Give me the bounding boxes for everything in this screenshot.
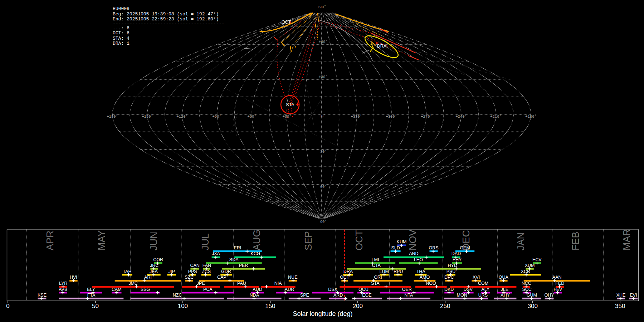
svg-text:STA: STA <box>371 281 380 286</box>
svg-text:GDR: GDR <box>221 269 231 274</box>
svg-text:+270˚: +270˚ <box>421 114 432 119</box>
svg-text:-90˚: -90˚ <box>318 220 327 224</box>
svg-text:AUR: AUR <box>285 287 294 292</box>
svg-text:DRA: 1: DRA: 1 <box>113 41 130 46</box>
svg-text:AAN: AAN <box>552 275 562 280</box>
svg-text:EVI: EVI <box>630 293 637 298</box>
svg-text:350: 350 <box>615 303 625 309</box>
svg-text:XCB: XCB <box>521 269 530 274</box>
svg-text:JRC: JRC <box>150 263 158 268</box>
svg-text:+90˚: +90˚ <box>212 114 221 119</box>
svg-text:JIP: JIP <box>169 269 175 274</box>
svg-text:100: 100 <box>178 303 188 309</box>
svg-text:APR: APR <box>45 230 55 250</box>
svg-text:KCG: KCG <box>250 251 260 256</box>
svg-text:ARD: ARD <box>333 293 343 298</box>
svg-text:FTA: FTA <box>87 293 96 298</box>
svg-text:COR: COR <box>153 257 163 262</box>
svg-text:STA: 4: STA: 4 <box>113 36 130 41</box>
svg-text:FAN: FAN <box>203 263 211 268</box>
svg-text:Beg: 20251005 19:39:08 (sol =: Beg: 20251005 19:39:08 (sol = 192.47°) <box>113 11 219 17</box>
svg-text:------------------------------: ---------------------------------------- <box>113 20 224 26</box>
svg-text:GEM: GEM <box>460 245 470 250</box>
svg-text:DSX: DSX <box>328 287 337 292</box>
svg-text:RPU: RPU <box>394 269 403 274</box>
svg-text:SDA: SDA <box>229 257 239 262</box>
svg-text:CAM: CAM <box>112 287 122 292</box>
svg-text:JEA: JEA <box>150 269 158 274</box>
svg-text:EGE: EGE <box>362 293 371 298</box>
svg-text:AND: AND <box>409 251 418 256</box>
svg-text:HVI: HVI <box>70 275 77 280</box>
svg-text:HYD: HYD <box>448 263 457 268</box>
svg-text:NZC: NZC <box>173 293 182 298</box>
svg-text:SZC: SZC <box>185 275 194 280</box>
svg-text:AMO: AMO <box>420 275 430 280</box>
svg-text:200: 200 <box>353 303 363 309</box>
svg-text:NTA: NTA <box>404 293 413 298</box>
svg-text:0: 0 <box>6 303 9 309</box>
svg-text:OCT: 6: OCT: 6 <box>113 30 130 36</box>
svg-text:NIA: NIA <box>274 281 282 286</box>
svg-text:HU0009: HU0009 <box>113 6 130 11</box>
svg-text:ZCS: ZCS <box>202 269 211 274</box>
svg-text:KSE: KSE <box>38 293 47 298</box>
svg-text:FEV: FEV <box>553 287 562 292</box>
svg-text:ARI: ARI <box>144 275 152 280</box>
svg-text:150: 150 <box>265 303 275 309</box>
svg-text:AUD: AUD <box>253 287 262 292</box>
svg-text:OCU: OCU <box>358 287 369 292</box>
svg-text:Solar longitude (deg): Solar longitude (deg) <box>293 310 352 317</box>
svg-text:CAN: CAN <box>190 263 199 268</box>
svg-text:NOO: NOO <box>426 281 436 286</box>
svg-text:ALY: ALY <box>481 287 489 292</box>
svg-text:SPE: SPE <box>300 293 309 298</box>
svg-text:ORI: ORI <box>374 275 382 280</box>
svg-text:OHY: OHY <box>544 293 554 298</box>
svg-text:+330˚: +330˚ <box>351 114 362 119</box>
svg-text:+300˚: +300˚ <box>386 114 397 119</box>
svg-text:JUN: JUN <box>148 232 159 251</box>
svg-text:PSU: PSU <box>447 269 456 274</box>
svg-text:SLD: SLD <box>391 245 400 250</box>
svg-text:+180˚: +180˚ <box>107 114 118 119</box>
svg-text:DRA: DRA <box>343 269 353 274</box>
svg-text:+90˚: +90˚ <box>317 5 326 9</box>
svg-text:OCT: OCT <box>354 230 365 250</box>
svg-text:DSV: DSV <box>463 287 473 292</box>
svg-text:CTA: CTA <box>372 263 381 268</box>
svg-text:ECV: ECV <box>532 257 542 262</box>
svg-text:AVB: AVB <box>59 287 67 292</box>
svg-text:ERI: ERI <box>234 245 241 250</box>
svg-text:TAH: TAH <box>123 269 131 274</box>
svg-text:FEB: FEB <box>570 231 581 250</box>
svg-text:DPC: DPC <box>444 275 454 280</box>
svg-text:GUM: GUM <box>527 293 537 298</box>
svg-text:FED: FED <box>555 281 564 286</box>
svg-text:ELY: ELY <box>87 287 95 292</box>
svg-text:OCT: OCT <box>282 20 291 25</box>
svg-text:JUL: JUL <box>200 233 211 250</box>
svg-text:STA: STA <box>286 102 294 107</box>
svg-text:LUM: LUM <box>380 269 389 274</box>
svg-text:CAP: CAP <box>217 275 226 280</box>
svg-text:AHY: AHY <box>501 293 510 298</box>
svg-text:300: 300 <box>528 303 538 309</box>
svg-text:50: 50 <box>92 303 99 309</box>
svg-text:JPE: JPE <box>197 281 205 286</box>
svg-text:OER: OER <box>402 287 412 292</box>
svg-text:+0˚: +0˚ <box>319 114 326 118</box>
svg-text:MON: MON <box>457 293 467 298</box>
svg-text:NCC: NCC <box>522 281 531 286</box>
svg-text:ORS: ORS <box>429 245 438 250</box>
svg-text:-30˚: -30˚ <box>318 150 327 154</box>
svg-text:NOV: NOV <box>408 229 418 250</box>
svg-text:SSG: SSG <box>141 287 150 292</box>
svg-text:KUM: KUM <box>397 239 407 244</box>
svg-text:NUE: NUE <box>288 275 297 280</box>
svg-text:250: 250 <box>440 303 450 309</box>
svg-text:+60˚: +60˚ <box>247 114 256 119</box>
svg-text:JXA: JXA <box>212 251 220 256</box>
svg-text:MAY: MAY <box>96 230 107 250</box>
svg-text:MAR: MAR <box>621 229 632 250</box>
